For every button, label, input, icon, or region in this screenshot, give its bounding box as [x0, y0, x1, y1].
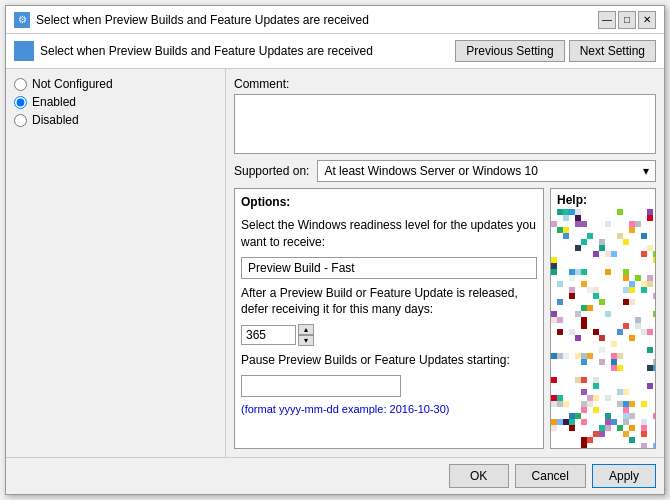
defer-desc: After a Preview Build or Feature Update … [241, 285, 537, 319]
lower-panels: Options: Select the Windows readiness le… [234, 188, 656, 449]
help-panel: Help: [550, 188, 656, 449]
spin-up-button[interactable]: ▴ [298, 324, 314, 335]
supported-section: Supported on: At least Windows Server or… [234, 160, 656, 182]
radio-group: Not Configured Enabled Disabled [14, 77, 217, 127]
disabled-option[interactable]: Disabled [14, 113, 217, 127]
window-controls: — □ ✕ [598, 11, 656, 29]
title-bar: ⚙ Select when Preview Builds and Feature… [6, 6, 664, 34]
help-content [551, 209, 655, 448]
format-hint: (format yyyy-mm-dd example: 2016-10-30) [241, 403, 537, 415]
options-title: Options: [241, 195, 537, 209]
dropdown-wrapper: Preview Build - Fast Preview Build - Slo… [241, 257, 537, 279]
supported-label: Supported on: [234, 164, 309, 178]
not-configured-radio[interactable] [14, 78, 27, 91]
close-button[interactable]: ✕ [638, 11, 656, 29]
disabled-label: Disabled [32, 113, 79, 127]
comment-section: Comment: [234, 77, 656, 154]
nav-buttons: Previous Setting Next Setting [455, 40, 656, 62]
content-area: Not Configured Enabled Disabled Comment:… [6, 69, 664, 457]
title-bar-left: ⚙ Select when Preview Builds and Feature… [14, 12, 369, 28]
header-bar: Select when Preview Builds and Feature U… [6, 34, 664, 69]
not-configured-label: Not Configured [32, 77, 113, 91]
help-canvas [551, 209, 655, 448]
readiness-dropdown[interactable]: Preview Build - Fast Preview Build - Slo… [241, 257, 537, 279]
header-left: Select when Preview Builds and Feature U… [14, 41, 373, 61]
enabled-option[interactable]: Enabled [14, 95, 217, 109]
main-window: ⚙ Select when Preview Builds and Feature… [5, 5, 665, 495]
supported-value: At least Windows Server or Windows 10 ▾ [317, 160, 656, 182]
window-icon: ⚙ [14, 12, 30, 28]
pause-date-input[interactable] [241, 375, 401, 397]
maximize-button[interactable]: □ [618, 11, 636, 29]
left-panel: Not Configured Enabled Disabled [6, 69, 226, 457]
pause-desc: Pause Preview Builds or Feature Updates … [241, 352, 537, 369]
window-title: Select when Preview Builds and Feature U… [36, 13, 369, 27]
spin-buttons: ▴ ▾ [298, 324, 314, 346]
number-input-wrapper: ▴ ▾ [241, 324, 537, 346]
enabled-radio[interactable] [14, 96, 27, 109]
supported-text: At least Windows Server or Windows 10 [324, 164, 537, 178]
comment-label: Comment: [234, 77, 656, 91]
minimize-button[interactable]: — [598, 11, 616, 29]
header-icon [14, 41, 34, 61]
enabled-label: Enabled [32, 95, 76, 109]
disabled-radio[interactable] [14, 114, 27, 127]
apply-button[interactable]: Apply [592, 464, 656, 488]
help-title: Help: [551, 189, 655, 209]
spin-down-button[interactable]: ▾ [298, 335, 314, 346]
bottom-bar: OK Cancel Apply [6, 457, 664, 494]
right-panel: Comment: Supported on: At least Windows … [226, 69, 664, 457]
header-title: Select when Preview Builds and Feature U… [40, 44, 373, 58]
ok-button[interactable]: OK [449, 464, 509, 488]
previous-setting-button[interactable]: Previous Setting [455, 40, 564, 62]
options-panel: Options: Select the Windows readiness le… [234, 188, 544, 449]
not-configured-option[interactable]: Not Configured [14, 77, 217, 91]
readiness-desc: Select the Windows readiness level for t… [241, 217, 537, 251]
comment-textarea[interactable] [234, 94, 656, 154]
cancel-button[interactable]: Cancel [515, 464, 586, 488]
defer-days-input[interactable] [241, 325, 296, 345]
supported-chevron-icon: ▾ [643, 164, 649, 178]
next-setting-button[interactable]: Next Setting [569, 40, 656, 62]
